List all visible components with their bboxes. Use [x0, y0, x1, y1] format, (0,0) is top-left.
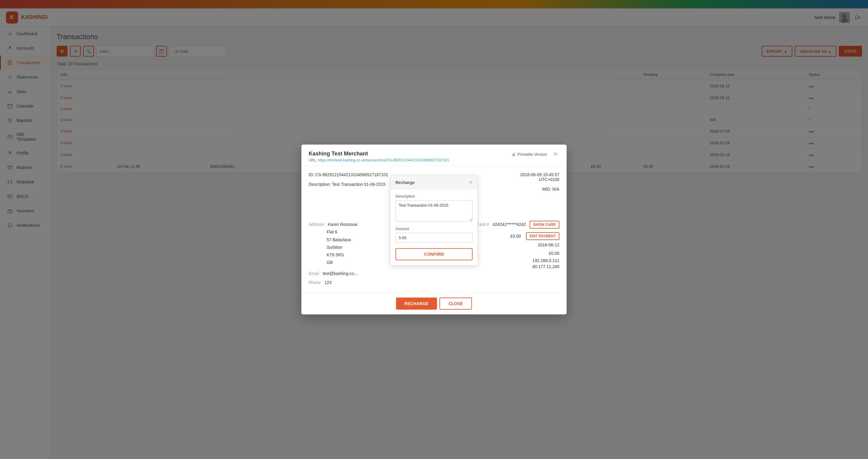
modal-mid: MID: N/A [520, 187, 559, 192]
print-icon: 🖨 [512, 152, 516, 157]
recharge-main-btn[interactable]: RECHARGE [396, 298, 437, 309]
modal-date-group: 2016-06-09 15:45:57 UTC+0100 MID: N/A [520, 172, 559, 192]
modal-url: URL: https://frontend.kashing.co.uk/tran… [309, 158, 449, 162]
modal-id: ID: CS-88291215442131045865271​87101 [309, 172, 388, 177]
recharge-close-btn[interactable]: ✕ [469, 179, 472, 185]
confirm-btn[interactable]: CONFIRM [396, 248, 472, 260]
modal-description: Description: Test Transaction 01-06-2015 [309, 182, 388, 187]
edit-payment-btn[interactable]: EDIT PAYMENT [526, 232, 559, 240]
modal-id-group: ID: CS-88291215442131045865271​87101 Des… [309, 172, 388, 192]
modal-header: Kashing Test Merchant URL: https://front… [301, 144, 567, 166]
modal-merchant-name: Kashing Test Merchant [309, 151, 449, 157]
transaction-modal: Kashing Test Merchant URL: https://front… [301, 144, 567, 315]
card-number-row: Card # 424242******4242 SHOW CARD [476, 221, 559, 229]
print-btn[interactable]: 🖨 Printable Version [512, 152, 547, 157]
modal-footer: RECHARGE CLOSE [301, 292, 567, 315]
recharge-header: Recharge ✕ [391, 176, 477, 189]
modal-url-link[interactable]: https://frontend.kashing.co.uk/transacti… [318, 158, 450, 162]
description-group: Description Test Transaction 01-06-2015 [396, 194, 472, 222]
show-card-btn[interactable]: SHOW CARD [530, 221, 559, 229]
modal-date: 2016-06-09 15:45:57 UTC+0100 [520, 172, 559, 182]
amount-input[interactable] [396, 233, 472, 243]
card-section: Card # 424242******4242 SHOW CARD £0.00 … [476, 221, 559, 269]
address-label: Address [309, 222, 324, 227]
modal-title-group: Kashing Test Merchant URL: https://front… [309, 151, 449, 162]
description-textarea[interactable]: Test Transaction 01-06-2015 [396, 200, 472, 221]
address-section: Address Karen Rossouw Flat 6 57 Balaclav… [309, 221, 358, 287]
recharge-modal: Recharge ✕ Description Test Transaction … [390, 175, 478, 265]
modal-close-btn[interactable]: ✕ [552, 151, 559, 158]
recharge-body: Description Test Transaction 01-06-2015 … [391, 189, 477, 265]
amount-label: Amount [396, 227, 472, 231]
recharge-title: Recharge [396, 180, 415, 185]
modal-overlay: Kashing Test Merchant URL: https://front… [0, 0, 868, 459]
description-label: Description [396, 194, 472, 198]
close-main-btn[interactable]: CLOSE [439, 298, 472, 309]
amount-group: Amount [396, 227, 472, 243]
